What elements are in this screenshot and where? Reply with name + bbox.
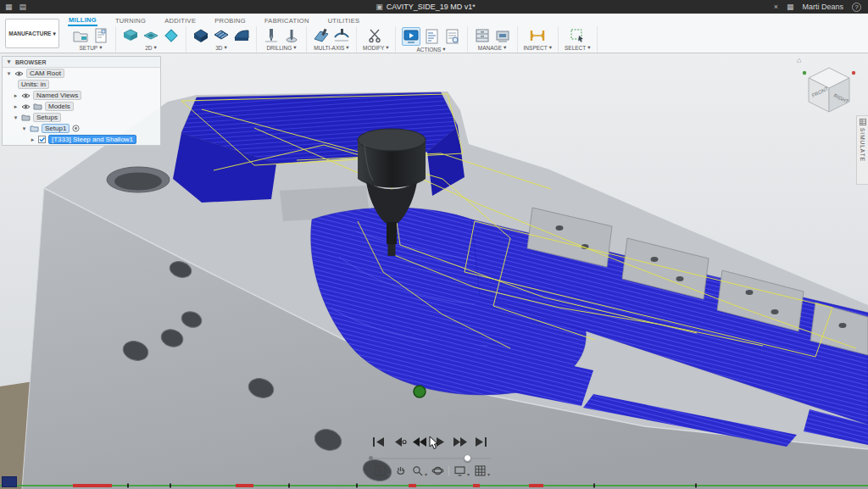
tree-item-setup1[interactable]: ▾ Setup1 <box>3 123 160 134</box>
play-backward-button[interactable] <box>410 435 428 448</box>
group-label[interactable]: ACTIONS <box>416 47 441 53</box>
expand-arrow-icon[interactable]: ▾ <box>13 114 19 121</box>
orbit-button[interactable] <box>431 464 444 477</box>
slider-handle[interactable] <box>464 454 471 462</box>
eye-icon[interactable] <box>21 103 31 110</box>
tree-item-label[interactable]: Models <box>45 102 74 111</box>
swarf-icon[interactable] <box>313 27 330 44</box>
step-back-button[interactable] <box>390 435 408 448</box>
tree-item-label[interactable]: [T333] Steep and Shallow1 <box>48 135 136 144</box>
chevron-down-icon: ▾ <box>425 471 427 477</box>
user-name[interactable]: Marti Deans <box>802 3 843 11</box>
group-multiaxis: MULTI-AXIS▾ <box>307 26 357 53</box>
home-view-icon[interactable]: ⌂ <box>797 56 801 64</box>
tab-fabrication[interactable]: FABRICATION <box>264 15 310 25</box>
tree-item-label[interactable]: CAM Root <box>26 69 64 78</box>
group-label[interactable]: MULTI-AXIS <box>314 45 344 51</box>
tab-probing[interactable]: PROBING <box>214 15 247 25</box>
3d-steep-shallow-icon[interactable] <box>233 27 250 44</box>
tree-item-label[interactable]: Setups <box>33 113 61 122</box>
expand-arrow-icon[interactable]: ▸ <box>13 103 19 110</box>
help-icon[interactable]: ? <box>852 3 861 12</box>
operation-timeline-strip[interactable] <box>0 481 868 489</box>
chevron-down-icon: ▾ <box>386 44 388 51</box>
simulate-button-active[interactable] <box>402 27 420 46</box>
display-settings-button[interactable]: ▾ <box>453 464 470 477</box>
tab-additive[interactable]: ADDITIVE <box>164 15 197 25</box>
tree-item-label[interactable]: Units: in <box>18 80 49 89</box>
simulate-panel-tab[interactable]: SIMULATE <box>856 115 868 185</box>
fast-forward-button[interactable] <box>451 435 469 448</box>
close-icon[interactable]: × <box>774 3 778 11</box>
expand-arrow-icon[interactable]: ▸ <box>30 136 36 143</box>
group-label[interactable]: DRILLING <box>266 45 292 51</box>
group-actions: ACTIONS▾ <box>396 26 468 53</box>
viewcube-cube[interactable]: FRONT RIGHT <box>798 59 860 115</box>
group-label[interactable]: MANAGE <box>478 45 502 51</box>
tree-item-models[interactable]: ▸ Models <box>3 101 160 112</box>
tab-utilities[interactable]: UTILITIES <box>327 15 361 25</box>
grid-settings-button[interactable]: ▾ <box>474 464 490 477</box>
tool-library-icon[interactable] <box>474 27 491 44</box>
collision-point-marker[interactable] <box>414 386 426 397</box>
post-process-icon[interactable] <box>424 28 441 45</box>
go-to-end-button[interactable] <box>471 435 489 448</box>
tree-item-cam-root[interactable]: ▾ CAM Root <box>3 68 160 79</box>
tree-item-label[interactable]: Named Views <box>33 91 81 100</box>
3d-adaptive-icon[interactable] <box>192 27 209 44</box>
eye-icon[interactable] <box>14 70 24 77</box>
data-panel-icon[interactable]: ▤ <box>19 3 27 11</box>
group-label[interactable]: 2D <box>145 45 152 51</box>
tree-item-units[interactable]: Units: in <box>3 79 160 90</box>
workspace-label: MANUFACTURE <box>8 31 51 36</box>
simulation-timeline-slider[interactable] <box>370 458 491 459</box>
expand-arrow-icon[interactable]: ▾ <box>21 125 27 132</box>
group-label[interactable]: SETUP <box>80 45 98 51</box>
zoom-button[interactable]: ▾ <box>411 464 427 477</box>
go-to-start-button[interactable] <box>370 435 387 448</box>
2d-contour-icon[interactable] <box>163 27 180 44</box>
group-3d: 3D▾ <box>186 26 257 53</box>
pan-button[interactable] <box>394 464 407 477</box>
tree-item-label[interactable]: Setup1 <box>42 124 70 133</box>
expand-arrow-icon[interactable]: ▸ <box>13 92 19 99</box>
active-setup-icon[interactable] <box>72 125 80 132</box>
document-title: CAVITY_SIDE_19 MD v1* <box>387 3 476 11</box>
multiaxis-contour-icon[interactable] <box>333 27 350 44</box>
workspace-selector[interactable]: MANUFACTURE ▾ <box>5 19 59 48</box>
new-setup-icon[interactable] <box>72 27 89 44</box>
2d-face-icon[interactable] <box>142 27 159 44</box>
tab-turning[interactable]: TURNING <box>114 15 147 25</box>
setup-sheet-icon[interactable] <box>92 27 109 44</box>
panel-grid-icon <box>860 119 866 125</box>
bore-icon[interactable] <box>283 27 300 44</box>
app-grid-icon[interactable]: ▦ <box>5 3 13 11</box>
nc-program-icon[interactable] <box>444 28 461 45</box>
group-label[interactable]: 3D <box>215 45 222 51</box>
fit-view-button[interactable]: ▾ <box>374 464 390 477</box>
window-select-icon[interactable] <box>569 27 586 44</box>
stock-color-swatch <box>2 476 17 487</box>
tab-milling[interactable]: MILLING <box>68 14 97 26</box>
tree-item-setups[interactable]: ▾ Setups <box>3 112 160 123</box>
group-label[interactable]: SELECT <box>565 45 586 51</box>
viewcube[interactable]: ⌂ FRONT RIGHT <box>798 59 860 115</box>
group-label[interactable]: MODIFY <box>363 45 384 51</box>
scissors-icon[interactable] <box>367 27 384 44</box>
drill-icon[interactable] <box>263 27 280 44</box>
chevron-down-icon: ▾ <box>99 44 102 51</box>
expand-arrow-icon[interactable]: ▾ <box>6 70 12 77</box>
eye-icon[interactable] <box>21 92 31 99</box>
machine-library-icon[interactable] <box>494 27 511 44</box>
2d-pocket-icon[interactable] <box>122 27 139 44</box>
titlebar-center: ▣ CAVITY_SIDE_19 MD v1* <box>170 3 682 11</box>
tree-item-operation-t333[interactable]: ▸ [T333] Steep and Shallow1 <box>3 134 160 145</box>
checkbox-checked-icon[interactable] <box>38 136 46 143</box>
collapse-panel-icon[interactable]: ▾ <box>6 58 12 65</box>
extensions-icon[interactable]: ▦ <box>787 3 794 11</box>
3d-parallel-icon[interactable] <box>213 27 230 44</box>
measure-icon[interactable] <box>529 27 546 44</box>
browser-header[interactable]: ▾ BROWSER <box>3 57 160 68</box>
group-label[interactable]: INSPECT <box>524 45 548 51</box>
tree-item-named-views[interactable]: ▸ Named Views <box>3 90 160 101</box>
